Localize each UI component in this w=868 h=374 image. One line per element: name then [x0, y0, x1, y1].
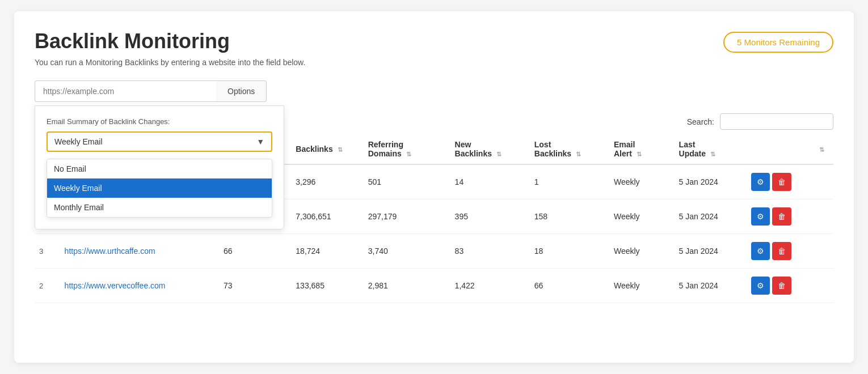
th-lost-backlinks: LostBacklinks ⇅	[530, 134, 609, 164]
url-input[interactable]	[35, 80, 216, 102]
subtitle: You can run a Monitoring Backlinks by en…	[35, 58, 833, 67]
options-tab[interactable]: Options	[216, 80, 267, 102]
sort-icon-ea[interactable]: ⇅	[637, 151, 642, 158]
select-value: Weekly Email	[54, 137, 103, 146]
cell-lost-backlinks: 18	[530, 234, 609, 269]
cell-new-backlinks: 83	[450, 234, 530, 269]
dropdown-options-list: No Email Weekly Email Monthly Email	[47, 159, 272, 218]
delete-button[interactable]: 🗑	[772, 207, 791, 226]
url-link[interactable]: https://www.vervecoffee.com	[65, 281, 166, 290]
cell-email-alert: Weekly	[609, 164, 675, 199]
cell-lost-backlinks: 1	[530, 164, 609, 199]
th-actions	[747, 134, 812, 164]
search-input[interactable]	[720, 113, 833, 130]
table-row: 2https://www.vervecoffee.com73133,6852,9…	[35, 269, 833, 303]
sort-icon-nb[interactable]: ⇅	[496, 151, 502, 158]
cell-backlinks: 7,306,651	[291, 199, 363, 234]
sort-icon-bl[interactable]: ⇅	[338, 146, 343, 153]
input-row: Options	[35, 80, 833, 102]
dropdown-option-monthly-email[interactable]: Monthly Email	[47, 198, 272, 217]
sort-icon-lu[interactable]: ⇅	[710, 151, 715, 158]
header-row: Backlink Monitoring 5 Monitors Remaining	[35, 29, 833, 53]
cell-actions: ⚙🗑	[747, 164, 812, 199]
cell-actions: ⚙🗑	[747, 269, 812, 303]
cell-referring-domains: 2,981	[364, 269, 450, 303]
sort-icon-lb[interactable]: ⇅	[576, 151, 581, 158]
settings-button[interactable]: ⚙	[751, 277, 770, 295]
cell-new-backlinks: 1,422	[450, 269, 530, 303]
main-card: Backlink Monitoring 5 Monitors Remaining…	[14, 11, 854, 363]
sort-icon-rd[interactable]: ⇅	[406, 151, 411, 158]
table-row: 3https://www.urthcaffe.com6618,7243,7408…	[35, 234, 833, 269]
th-backlinks: Backlinks ⇅	[291, 134, 363, 164]
th-extra: ⇅	[812, 134, 833, 164]
cell-new-backlinks: 14	[450, 164, 530, 199]
select-display[interactable]: Weekly Email ▼	[47, 131, 272, 152]
cell-last-update: 5 Jan 2024	[675, 234, 747, 269]
url-link[interactable]: https://www.urthcaffe.com	[65, 246, 155, 256]
cell-new-backlinks: 395	[450, 199, 530, 234]
settings-button[interactable]: ⚙	[751, 173, 770, 191]
th-referring-domains: ReferringDomains ⇅	[364, 134, 450, 164]
cell-extra	[812, 164, 833, 199]
page-title: Backlink Monitoring	[35, 29, 230, 53]
cell-url: https://www.vervecoffee.com	[60, 269, 219, 303]
settings-button[interactable]: ⚙	[751, 242, 770, 260]
search-label: Search:	[687, 117, 714, 126]
cell-lost-backlinks: 66	[530, 269, 609, 303]
cell-email-alert: Weekly	[609, 269, 675, 303]
cell-extra	[812, 234, 833, 269]
cell-referring-domains: 501	[364, 164, 450, 199]
dropdown-label: Email Summary of Backlink Changes:	[47, 117, 272, 126]
th-new-backlinks: NewBacklinks ⇅	[450, 134, 530, 164]
settings-button[interactable]: ⚙	[751, 207, 770, 226]
cell-extra	[812, 269, 833, 303]
cell-last-update: 5 Jan 2024	[675, 199, 747, 234]
cell-last-update: 5 Jan 2024	[675, 164, 747, 199]
input-section: Options Email Summary of Backlink Change…	[35, 80, 833, 102]
options-dropdown-panel: Email Summary of Backlink Changes: Weekl…	[35, 105, 284, 230]
dropdown-option-no-email[interactable]: No Email	[47, 159, 272, 178]
cell-referring-domains: 297,179	[364, 199, 450, 234]
cell-email-alert: Weekly	[609, 199, 675, 234]
cell-num: 3	[35, 234, 60, 269]
cell-extra	[812, 199, 833, 234]
chevron-down-icon: ▼	[256, 137, 264, 146]
cell-last-update: 5 Jan 2024	[675, 269, 747, 303]
th-email-alert: EmailAlert ⇅	[609, 134, 675, 164]
delete-button[interactable]: 🗑	[772, 173, 791, 191]
cell-lost-backlinks: 158	[530, 199, 609, 234]
cell-backlinks: 18,724	[291, 234, 363, 269]
sort-icon-extra[interactable]: ⇅	[819, 146, 824, 153]
cell-num: 2	[35, 269, 60, 303]
cell-referring-domains: 3,740	[364, 234, 450, 269]
th-last-update: LastUpdate ⇅	[675, 134, 747, 164]
select-wrapper: Weekly Email ▼	[47, 131, 272, 152]
cell-actions: ⚙🗑	[747, 234, 812, 269]
cell-actions: ⚙🗑	[747, 199, 812, 234]
cell-domain-strength: 73	[219, 269, 291, 303]
delete-button[interactable]: 🗑	[772, 242, 791, 260]
cell-domain-strength: 66	[219, 234, 291, 269]
cell-backlinks: 3,296	[291, 164, 363, 199]
monitors-remaining-badge: 5 Monitors Remaining	[723, 32, 833, 53]
cell-backlinks: 133,685	[291, 269, 363, 303]
delete-button[interactable]: 🗑	[772, 277, 791, 295]
dropdown-option-weekly-email[interactable]: Weekly Email	[47, 178, 272, 198]
cell-url: https://www.urthcaffe.com	[60, 234, 219, 269]
cell-email-alert: Weekly	[609, 234, 675, 269]
